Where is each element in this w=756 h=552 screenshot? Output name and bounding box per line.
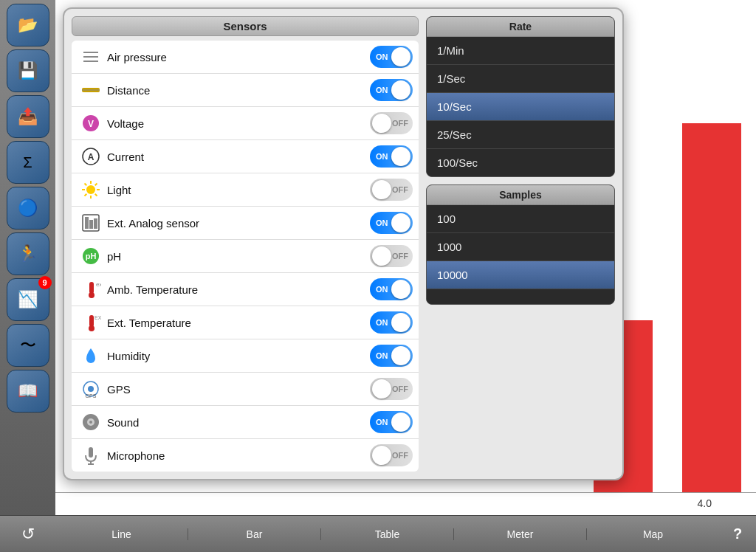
ph-icon: pH [78, 243, 104, 269]
svg-point-9 [86, 185, 95, 194]
air-pressure-icon [78, 44, 104, 70]
ext-analog-icon [78, 210, 104, 236]
samples-item-1000[interactable]: 1000 [427, 233, 614, 261]
light-toggle[interactable]: OFF [370, 179, 413, 201]
svg-rect-19 [85, 217, 89, 229]
voltage-icon: V [78, 110, 104, 137]
svg-rect-27 [89, 315, 94, 327]
sensors-header: Sensors [72, 16, 419, 36]
svg-point-28 [89, 325, 94, 331]
samples-item-100[interactable]: 100 [427, 205, 614, 233]
sensor-row-voltage: VVoltageOFF [72, 107, 419, 140]
svg-rect-21 [94, 218, 97, 229]
tab-line[interactable]: Line [55, 528, 188, 540]
ext-temp-toggle[interactable]: ON [370, 311, 413, 334]
humidity-toggle[interactable]: ON [370, 345, 413, 367]
tab-table[interactable]: Table [321, 528, 454, 540]
light-toggle-knob [372, 180, 391, 199]
main-area: 📂💾📤Σ🔵🏃📉9〜📖 4.0 Sensors Air pressureONDis… [0, 0, 756, 515]
rate-item-100-Sec[interactable]: 100/Sec [427, 149, 614, 176]
sensors-list: Sensors Air pressureONDistanceONVVoltage… [72, 16, 419, 472]
svg-point-25 [89, 292, 94, 298]
chart-button[interactable]: 📉9 [7, 278, 49, 321]
microphone-toggle[interactable]: OFF [370, 444, 413, 466]
distance-label: Distance [104, 84, 370, 97]
bluetooth-button[interactable]: 🔵 [7, 187, 49, 230]
help-button[interactable]: ? [719, 525, 756, 542]
ext-temp-label: Ext. Temperature [104, 317, 370, 329]
microphone-icon [78, 442, 104, 469]
rate-header: Rate [427, 17, 614, 37]
rate-item-25-Sec[interactable]: 25/Sec [427, 121, 614, 149]
samples-panel: Samples 100100010000 [426, 184, 615, 305]
tab-bar[interactable]: Bar [188, 528, 321, 540]
right-panels: Rate 1/Min1/Sec10/Sec25/Sec100/Sec Sampl… [426, 16, 615, 472]
current-toggle[interactable]: ON [370, 145, 413, 168]
gps-icon: GPS [78, 376, 104, 402]
ph-toggle-knob [372, 246, 391, 266]
humidity-label: Humidity [104, 350, 370, 362]
waveform-button[interactable]: 〜 [7, 324, 49, 367]
ext-analog-toggle[interactable]: ON [370, 212, 413, 234]
ext-temp-toggle-knob [391, 313, 410, 332]
rate-item-1-Min[interactable]: 1/Min [427, 37, 614, 65]
light-label: Light [104, 184, 370, 196]
chart-x-label: 4.0 [698, 497, 712, 509]
microphone-toggle-knob [372, 446, 391, 465]
rate-panel: Rate 1/Min1/Sec10/Sec25/Sec100/Sec [426, 16, 615, 177]
samples-item-empty[interactable] [427, 289, 614, 304]
sensor-row-light: LightOFF [72, 173, 419, 207]
chart-bar-tall [682, 123, 741, 493]
ext-temp-icon: EXT [78, 309, 104, 336]
amb-temp-label: Amb. Temperature [104, 283, 370, 296]
amb-temp-toggle[interactable]: ON [370, 278, 413, 300]
humidity-toggle-knob [391, 346, 410, 365]
sensor-row-ph: pHpHOFF [72, 240, 419, 273]
sound-icon [78, 409, 104, 435]
svg-text:A: A [88, 152, 94, 162]
chart-baseline [55, 492, 756, 493]
ext-analog-label: Ext. Analog sensor [104, 217, 370, 230]
svg-rect-36 [89, 447, 93, 458]
sensor-row-gps: GPSGPSOFF [72, 373, 419, 406]
samples-header: Samples [427, 185, 614, 205]
svg-text:ext: ext [96, 281, 101, 288]
refresh-button[interactable]: ↺ [0, 525, 55, 544]
svg-rect-20 [89, 220, 93, 229]
amb-temp-icon: ext [78, 276, 104, 303]
run-button[interactable]: 🏃 [7, 232, 49, 275]
gps-toggle[interactable]: OFF [370, 378, 413, 400]
sensor-row-distance: DistanceON [72, 74, 419, 107]
tab-meter[interactable]: Meter [454, 528, 587, 540]
gps-toggle-knob [372, 379, 391, 399]
distance-icon [78, 77, 104, 103]
gps-label: GPS [104, 383, 370, 396]
tab-map[interactable]: Map [587, 528, 719, 540]
rate-item-1-Sec[interactable]: 1/Sec [427, 65, 614, 93]
sigma-button[interactable]: Σ [7, 141, 49, 184]
distance-toggle[interactable]: ON [370, 79, 413, 101]
ph-label: pH [104, 250, 370, 263]
share-button[interactable]: 📤 [7, 95, 49, 138]
rate-list: 1/Min1/Sec10/Sec25/Sec100/Sec [427, 37, 614, 176]
sensor-row-microphone: MicrophoneOFF [72, 439, 419, 472]
sensor-row-amb-temp: extAmb. TemperatureON [72, 273, 419, 306]
samples-list: 100100010000 [427, 205, 614, 304]
sensor-panel: Sensors Air pressureONDistanceONVVoltage… [63, 7, 624, 480]
book-button[interactable]: 📖 [7, 370, 49, 413]
svg-text:GPS: GPS [86, 393, 97, 399]
air-pressure-toggle[interactable]: ON [370, 46, 413, 68]
sensor-row-air-pressure: Air pressureON [72, 41, 419, 74]
sound-toggle[interactable]: ON [370, 411, 413, 433]
current-label: Current [104, 151, 370, 163]
ph-toggle[interactable]: OFF [370, 245, 413, 267]
folder-button[interactable]: 📂 [7, 4, 49, 46]
rate-item-10-Sec[interactable]: 10/Sec [427, 93, 614, 121]
sensor-row-sound: SoundON [72, 406, 419, 439]
svg-rect-24 [89, 282, 94, 294]
samples-item-10000[interactable]: 10000 [427, 261, 614, 289]
sensor-row-current: ACurrentON [72, 140, 419, 173]
sensor-row-ext-analog: Ext. Analog sensorON [72, 207, 419, 240]
save-button[interactable]: 💾 [7, 49, 49, 92]
voltage-toggle[interactable]: OFF [370, 112, 413, 134]
